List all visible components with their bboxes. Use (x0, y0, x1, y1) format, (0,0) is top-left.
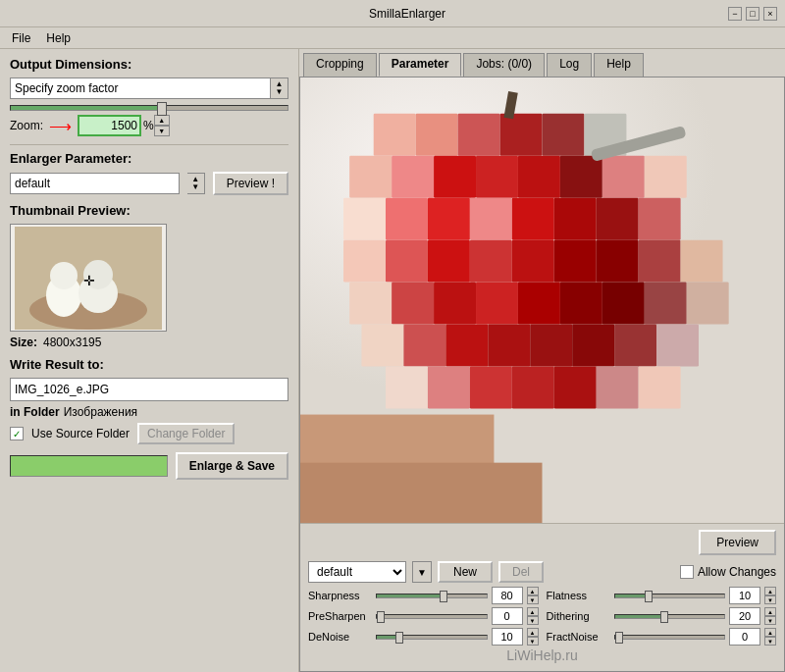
output-dimensions-dropdown-btn[interactable]: ▲▼ (271, 78, 288, 99)
svg-text:✛: ✛ (83, 273, 95, 288)
svg-rect-59 (428, 366, 470, 408)
param-preset-dropdown-btn[interactable]: ▼ (412, 561, 432, 583)
tab-cropping[interactable]: Cropping (303, 53, 377, 77)
filename-input[interactable] (10, 378, 288, 401)
denoise-value: 10 (492, 628, 523, 646)
presharpen-thumb[interactable] (377, 611, 385, 623)
svg-rect-63 (597, 366, 639, 408)
presharpen-slider[interactable] (376, 614, 488, 619)
size-label: Size: (10, 336, 37, 349)
svg-rect-20 (518, 156, 560, 198)
denoise-row: DeNoise 10 ▲ ▼ (308, 628, 539, 646)
svg-rect-35 (470, 240, 512, 283)
menu-help[interactable]: Help (38, 29, 78, 47)
sharpness-thumb[interactable] (440, 591, 447, 602)
fractnoise-label: FractNoise (547, 631, 610, 643)
flatness-up[interactable]: ▲ (764, 587, 776, 595)
denoise-thumb[interactable] (395, 632, 403, 644)
flatness-slider[interactable] (614, 594, 726, 598)
svg-rect-43 (434, 283, 476, 325)
param-preset-dropdown[interactable]: default (308, 561, 406, 583)
svg-rect-12 (458, 114, 500, 156)
bottom-left: Enlarge & Save (10, 452, 288, 480)
svg-rect-57 (656, 325, 699, 367)
enlarger-parameter-label: Enlarger Parameter: (10, 151, 288, 166)
svg-rect-17 (392, 156, 434, 198)
thumbnail-size-row: Size: 4800x3195 (10, 336, 288, 349)
allow-changes-checkbox[interactable] (680, 565, 694, 579)
denoise-up[interactable]: ▲ (527, 628, 539, 637)
flatness-down[interactable]: ▼ (764, 595, 776, 604)
svg-rect-28 (512, 198, 554, 240)
apple-scene (300, 78, 784, 523)
image-preview[interactable] (300, 78, 784, 523)
fractnoise-thumb[interactable] (615, 632, 623, 644)
minimize-button[interactable]: − (728, 7, 742, 21)
controls-row1: Preview (308, 530, 776, 555)
flatness-thumb[interactable] (645, 591, 653, 602)
sharpness-row: Sharpness 80 ▲ ▼ (308, 587, 539, 604)
svg-rect-48 (645, 283, 687, 325)
sharpness-fill (377, 594, 443, 597)
preview-left-button[interactable]: Preview ! (213, 172, 288, 195)
dithering-down[interactable]: ▼ (764, 616, 776, 625)
svg-rect-38 (597, 240, 639, 283)
svg-rect-13 (500, 114, 543, 156)
window-controls[interactable]: − □ × (728, 7, 777, 21)
presharpen-up[interactable]: ▲ (527, 607, 539, 616)
svg-rect-25 (386, 198, 428, 240)
sharpness-up[interactable]: ▲ (527, 587, 539, 595)
enlarger-parameter-dropdown-btn[interactable]: ▲▼ (187, 173, 205, 194)
tab-parameter[interactable]: Parameter (379, 53, 462, 77)
svg-rect-29 (554, 198, 597, 240)
new-preset-button[interactable]: New (438, 561, 493, 583)
zoom-input[interactable] (78, 115, 141, 136)
svg-rect-21 (560, 156, 602, 198)
presharpen-down[interactable]: ▼ (527, 616, 539, 625)
denoise-down[interactable]: ▼ (527, 637, 539, 646)
use-source-checkbox[interactable]: ✓ (10, 427, 24, 440)
fractnoise-up[interactable]: ▲ (764, 628, 776, 637)
big-preview-button[interactable]: Preview (699, 530, 776, 555)
sharpness-down[interactable]: ▼ (527, 595, 539, 604)
svg-rect-64 (639, 366, 681, 408)
flatness-spin: ▲ ▼ (764, 587, 776, 604)
flatness-fill (615, 594, 648, 597)
svg-rect-51 (403, 325, 445, 367)
menu-file[interactable]: File (4, 29, 38, 47)
output-dimensions-dropdown[interactable]: Specify zoom factor (10, 78, 271, 99)
tab-help[interactable]: Help (594, 53, 644, 77)
dithering-value: 20 (729, 607, 760, 625)
dithering-fill (615, 615, 664, 618)
dithering-up[interactable]: ▲ (764, 607, 776, 616)
zoom-percent: % (143, 119, 154, 132)
denoise-slider[interactable] (376, 635, 488, 640)
maximize-button[interactable]: □ (746, 7, 759, 21)
enlarger-parameter-dropdown[interactable]: default (10, 173, 180, 194)
allow-changes-row: Allow Changes (680, 565, 776, 579)
svg-rect-18 (434, 156, 476, 198)
fractnoise-value: 0 (729, 628, 760, 646)
fractnoise-slider[interactable] (614, 635, 726, 640)
tab-jobs[interactable]: Jobs: (0/0) (463, 53, 545, 77)
output-dimensions-dropdown-wrapper: Specify zoom factor ▲▼ (10, 78, 288, 99)
tab-log[interactable]: Log (547, 53, 592, 77)
svg-rect-23 (645, 156, 687, 198)
enlarge-save-button[interactable]: Enlarge & Save (176, 452, 288, 480)
close-button[interactable]: × (763, 7, 777, 21)
use-source-row: ✓ Use Source Folder Change Folder (10, 423, 288, 444)
del-preset-button[interactable]: Del (498, 561, 544, 583)
dithering-slider[interactable] (614, 614, 726, 619)
change-folder-button[interactable]: Change Folder (137, 423, 235, 444)
sharpness-slider[interactable] (376, 594, 488, 598)
svg-rect-16 (349, 156, 392, 198)
flatness-label: Flatness (547, 590, 610, 601)
fractnoise-down[interactable]: ▼ (764, 637, 776, 646)
zoom-increment-btn[interactable]: ▲ (154, 115, 170, 126)
zoom-decrement-btn[interactable]: ▼ (154, 126, 170, 136)
zoom-slider-thumb[interactable] (157, 102, 167, 116)
zoom-slider-track[interactable] (10, 105, 288, 111)
svg-rect-34 (428, 240, 470, 283)
dithering-thumb[interactable] (660, 611, 668, 623)
output-dimensions-label: Output Dimensions: (10, 57, 288, 72)
